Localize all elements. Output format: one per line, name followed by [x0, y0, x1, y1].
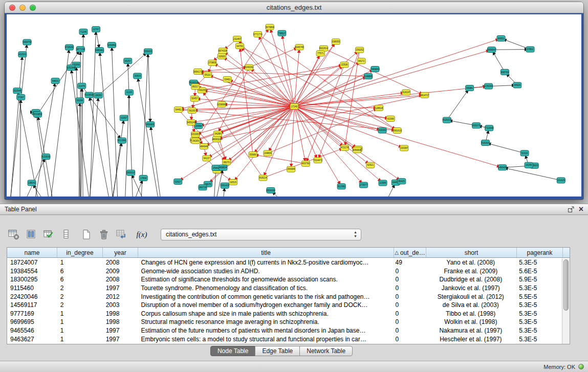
table-scrollbar[interactable] — [562, 258, 570, 344]
graph-node[interactable]: 273577 — [359, 182, 367, 188]
graph-node[interactable]: 11100 — [125, 90, 133, 95]
minimize-window-button[interactable] — [19, 5, 26, 11]
graph-node[interactable]: 8313982 — [117, 138, 126, 143]
float-panel-button[interactable] — [568, 206, 575, 213]
graph-node[interactable]: 44629 — [513, 82, 521, 88]
table-row[interactable]: 946362711997Embryonic stem cells: a mode… — [7, 335, 562, 343]
table-row[interactable]: 1872400712008Changes of HCN gene express… — [7, 258, 562, 267]
graph-node[interactable]: 77571 — [316, 51, 324, 56]
graph-node[interactable]: 06305 — [192, 138, 200, 144]
graph-node[interactable]: 28093 — [94, 93, 102, 98]
graph-node[interactable]: 50457 — [190, 96, 199, 101]
column-header-year[interactable]: year — [103, 248, 138, 257]
graph-node[interactable]: 835070 — [472, 123, 481, 128]
column-header-name[interactable]: name — [7, 248, 57, 257]
graph-node[interactable]: 37802 — [526, 47, 534, 52]
new-table-button[interactable] — [80, 228, 93, 241]
graph-node[interactable]: 33461 — [223, 76, 231, 82]
graph-node[interactable]: 472178 — [341, 145, 349, 150]
graph-node[interactable]: 63399 — [386, 116, 395, 121]
close-window-button[interactable] — [9, 5, 15, 11]
table-row[interactable]: 911546021997Tourette syndrome. Phenomeno… — [7, 284, 562, 293]
graph-node[interactable]: 08270 — [223, 159, 231, 165]
graph-node[interactable]: 7466849 — [371, 66, 380, 72]
graph-node[interactable]: 89425 — [398, 179, 406, 184]
graph-node[interactable]: 3252948 — [67, 65, 76, 71]
column-header-in_degree[interactable]: in_degree — [57, 248, 103, 257]
graph-node[interactable]: 5260892 — [107, 42, 117, 48]
graph-node[interactable]: 39298 — [76, 98, 84, 103]
apply-table-button[interactable] — [42, 228, 55, 241]
graph-node[interactable]: 01937 — [120, 115, 128, 121]
graph-node[interactable]: 193387 — [400, 145, 408, 151]
graph-node[interactable]: 6771778 — [253, 31, 263, 37]
graph-node[interactable]: 356984 — [287, 166, 295, 172]
graph-node[interactable]: 12747 — [92, 27, 100, 32]
graph-node[interactable]: 20958 — [194, 123, 203, 128]
table-selector[interactable]: citations_edges.txt ▲▼ — [161, 229, 361, 240]
graph-node[interactable]: 912382 — [337, 184, 345, 189]
graph-node[interactable]: 00515 — [229, 180, 237, 185]
graph-node[interactable]: 038055 — [332, 39, 340, 45]
graph-node[interactable]: 232457 — [233, 36, 241, 42]
graph-node[interactable]: 818214 — [259, 175, 267, 181]
scrollbar-thumb[interactable] — [563, 259, 569, 311]
graph-node[interactable]: 89317 — [191, 84, 200, 90]
graph-node[interactable]: 556433 — [144, 49, 152, 54]
table-row[interactable]: 977716911998Corpus callosum shape and si… — [7, 310, 562, 318]
graph-node[interactable]: 30819 — [134, 73, 142, 79]
graph-node[interactable]: 55989 — [249, 151, 257, 157]
table-row[interactable]: 1830029562008Estimation of significance … — [7, 275, 562, 284]
graph-node[interactable]: 71246 — [79, 29, 88, 35]
graph-node[interactable]: 738627 — [278, 30, 286, 36]
network-view[interactable]: 1286186339939916194163001933879751806252… — [7, 14, 581, 196]
graph-node[interactable]: 94631 — [51, 78, 59, 83]
graph-node[interactable]: 3656172 — [193, 69, 203, 74]
graph-node[interactable]: 05110 — [203, 72, 211, 78]
table-row[interactable]: 2242004622012Investigating the contribut… — [7, 292, 562, 301]
graph-node[interactable]: 52316 — [520, 150, 529, 156]
graph-node[interactable]: 94137 — [203, 156, 211, 161]
graph-node[interactable]: 9814727 — [420, 92, 429, 98]
graph-node[interactable]: 3679894 — [265, 24, 274, 30]
graph-node[interactable]: 6156344 — [484, 83, 493, 89]
close-panel-button[interactable]: × — [579, 206, 583, 212]
graph-node[interactable]: 9056606 — [353, 147, 362, 153]
graph-node[interactable]: 8345745 — [295, 45, 304, 50]
tab-node-table[interactable]: Node Table — [210, 346, 256, 356]
graph-node[interactable]: 21479 — [78, 83, 86, 89]
table-row[interactable]: 1938455462009Genome-wide association stu… — [7, 267, 562, 276]
graph-node[interactable]: 22508 — [340, 62, 349, 68]
graph-node[interactable]: 02627 — [174, 179, 182, 184]
graph-node[interactable]: 7722649 — [485, 125, 494, 131]
graph-node[interactable]: 8133030 — [41, 154, 51, 160]
graph-node[interactable]: 2148865 — [364, 73, 373, 79]
zoom-window-button[interactable] — [30, 5, 36, 11]
graph-node[interactable]: 270809 — [208, 60, 216, 65]
tab-network-table[interactable]: Network Table — [299, 346, 353, 356]
graph-node[interactable]: 280729 — [199, 185, 207, 190]
graph-node[interactable]: 17830 — [139, 176, 147, 181]
graph-node[interactable]: 432533 — [18, 52, 27, 57]
graph-node[interactable]: 138042 — [28, 180, 36, 186]
graph-node[interactable]: 5494758 — [23, 39, 32, 45]
graph-node[interactable]: 56193 — [188, 108, 196, 114]
graph-node[interactable]: 1496499 — [498, 165, 507, 170]
column-header-short[interactable]: short — [426, 248, 517, 257]
graph-node[interactable]: 34288 — [213, 131, 222, 137]
graph-node[interactable]: 22589 — [379, 180, 387, 186]
graph-node[interactable]: 463790 — [301, 161, 310, 166]
function-builder-button[interactable]: f(x) — [135, 228, 148, 241]
graph-node[interactable]: 3455249 — [187, 120, 196, 125]
graph-node[interactable]: 101629 — [557, 178, 565, 183]
graph-node[interactable]: 3991619 — [393, 128, 402, 134]
graph-node[interactable]: 093010 — [127, 170, 135, 176]
graph-node[interactable]: 3477238 — [76, 47, 85, 52]
column-header-out_de[interactable]: △out_de… — [394, 248, 426, 257]
graph-node[interactable]: 416300 — [378, 127, 386, 133]
graph-node[interactable]: 128618 — [375, 105, 383, 111]
graph-node[interactable]: 4809324 — [212, 137, 222, 142]
graph-node[interactable]: 4325211 — [443, 117, 452, 123]
show-columns-button[interactable] — [25, 228, 38, 241]
table-options-button[interactable] — [7, 228, 20, 241]
